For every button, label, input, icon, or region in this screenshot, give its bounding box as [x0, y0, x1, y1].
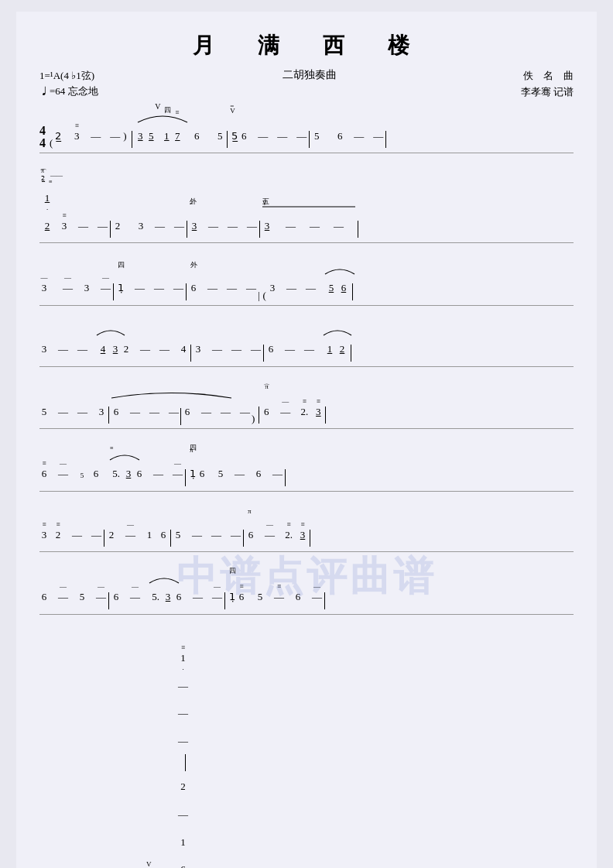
- music-row-7: ≡3 ≡2 — — 2 —— 1 6 5 — — — π: [39, 506, 574, 553]
- music-row-3: —3 —— 3 —— 四 1̣ — — — 外 6: [39, 257, 574, 306]
- music-row-5: 5 — — 3 6 — — — 6: [39, 381, 574, 430]
- header-right: 佚 名 曲 李孝骞 记谱: [521, 68, 574, 101]
- composer: 佚 名 曲: [521, 68, 574, 84]
- header-left: 1=¹A(4 ♭1弦) ♩=64 忘念地: [39, 68, 98, 98]
- page: 月 满 西 楼 1=¹A(4 ♭1弦) ♩=64 忘念地 二胡独奏曲 佚 名 曲…: [16, 12, 597, 868]
- tempo-marking: ♩=64 忘念地: [39, 84, 98, 99]
- page-title: 月 满 西 楼: [39, 31, 574, 60]
- music-row-8: 6 —— 5 —— 6 —— 5. 3 6 — ——: [39, 566, 574, 615]
- header-center: 二胡独奏曲: [283, 68, 337, 82]
- header-row: 1=¹A(4 ♭1弦) ♩=64 忘念地 二胡独奏曲 佚 名 曲 李孝骞 记谱: [39, 68, 574, 101]
- music-row-9: ≡3 ≡2 — — 2 —— V ≡1 6 ≡1. — —: [39, 629, 574, 868]
- key-signature: 1=¹A(4 ♭1弦): [39, 68, 98, 84]
- music-row-6: ≡6 —— 5 6 ≡ 5. 3 6 — ——: [39, 443, 574, 492]
- music-row-4: 3 — — 4 3 2 — — 4 3 —: [39, 320, 574, 367]
- music-row-1: 44 ( 2̲ ≡3 — — ) V 四: [39, 105, 574, 154]
- transcriber: 李孝骞 记谱: [521, 84, 574, 101]
- music-row-2: ⌒ π —— 2̲ ≡ 1. 2 ≡3 — — 2 3 — —: [39, 167, 574, 243]
- music-notation: 44 ( 2̲ ≡3 — — ) V 四: [39, 105, 574, 868]
